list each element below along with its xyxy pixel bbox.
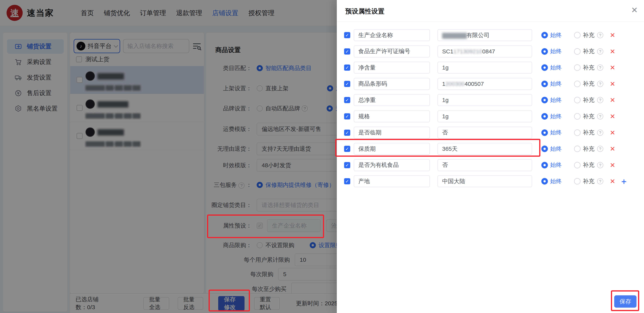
radio-supplement[interactable] (574, 81, 580, 87)
row-checkbox[interactable]: ✓ (344, 97, 350, 103)
supplement-label[interactable]: 补充 (583, 177, 594, 185)
row-checkbox[interactable]: ✓ (344, 48, 350, 54)
radio-always[interactable] (541, 178, 548, 185)
attribute-value-input[interactable]: 否 (438, 127, 532, 139)
radio-supplement[interactable] (574, 146, 580, 152)
radio-always[interactable] (541, 81, 548, 87)
help-icon[interactable]: ? (597, 130, 603, 136)
delete-row-icon[interactable]: ✕ (610, 48, 615, 55)
radio-supplement[interactable] (574, 129, 580, 136)
delete-row-icon[interactable]: ✕ (610, 112, 615, 120)
delete-row-icon[interactable]: ✕ (610, 96, 615, 104)
preset-row-2: ✓净含量1g始终补充?✕ (344, 59, 615, 76)
row-checkbox[interactable]: ✓ (344, 32, 350, 38)
row-checkbox[interactable]: ✓ (344, 81, 350, 87)
attribute-name-input[interactable]: 保质期 (354, 143, 430, 155)
help-icon[interactable]: ? (597, 32, 603, 38)
radio-always[interactable] (541, 97, 548, 103)
attribute-value-input[interactable]: 1g (438, 62, 532, 73)
attribute-name-input[interactable]: 总净重 (354, 94, 430, 106)
always-label[interactable]: 始终 (550, 47, 562, 55)
always-label[interactable]: 始终 (550, 177, 562, 185)
attribute-name-text: 是否为有机食品 (358, 161, 399, 169)
attribute-name-input[interactable]: 是否为有机食品 (354, 159, 430, 171)
attribute-value-input[interactable]: 1g (438, 94, 532, 106)
help-icon[interactable]: ? (597, 113, 603, 119)
always-label[interactable]: 始终 (550, 64, 562, 72)
attribute-value-segment: 365天 (442, 145, 458, 153)
radio-always[interactable] (541, 64, 548, 71)
always-label[interactable]: 始终 (550, 145, 562, 153)
add-row-icon[interactable]: ＋ (620, 177, 628, 185)
supplement-label[interactable]: 补充 (583, 64, 594, 72)
attribute-name-input[interactable]: 规格 (354, 110, 430, 122)
row-checkbox[interactable]: ✓ (344, 130, 350, 136)
attribute-value-input[interactable]: 中国大陆 (438, 175, 532, 187)
help-icon[interactable]: ? (597, 146, 603, 152)
attribute-name-text: 保质期 (358, 145, 376, 153)
delete-row-icon[interactable]: ✕ (610, 31, 615, 39)
radio-always[interactable] (541, 32, 548, 38)
attribute-value-input[interactable]: 365天 (438, 143, 532, 155)
radio-always[interactable] (541, 48, 548, 55)
attribute-value-input[interactable]: 否 (438, 159, 532, 171)
drawer-save-button[interactable]: 保存 (614, 295, 636, 308)
supplement-label[interactable]: 补充 (583, 161, 594, 169)
supplement-label[interactable]: 补充 (583, 80, 594, 88)
always-label[interactable]: 始终 (550, 112, 562, 120)
supplement-label[interactable]: 补充 (583, 129, 594, 137)
attribute-name-input[interactable]: 生产企业名称 (354, 29, 430, 41)
help-icon[interactable]: ? (597, 97, 603, 103)
row-checkbox[interactable]: ✓ (344, 162, 350, 168)
radio-supplement[interactable] (574, 48, 580, 55)
row-checkbox[interactable]: ✓ (344, 178, 350, 184)
row-checkbox[interactable]: ✓ (344, 64, 350, 71)
radio-always[interactable] (541, 146, 548, 152)
supplement-label[interactable]: 补充 (583, 47, 594, 55)
delete-row-icon[interactable]: ✕ (610, 145, 615, 153)
always-label[interactable]: 始终 (550, 96, 562, 104)
attribute-name-input[interactable]: 产地 (354, 175, 430, 187)
attribute-name-input[interactable]: 净含量 (354, 62, 430, 73)
radio-supplement[interactable] (574, 64, 580, 71)
help-icon[interactable]: ? (597, 178, 603, 184)
attribute-name-input[interactable]: 食品生产许可证编号 (354, 45, 430, 57)
always-label[interactable]: 始终 (550, 31, 562, 39)
attribute-value-input[interactable]: ▇▇▇▇▇▇有限公司 (438, 29, 532, 41)
radio-supplement[interactable] (574, 113, 580, 120)
attribute-name-input[interactable]: 是否临期 (354, 127, 430, 139)
always-label[interactable]: 始终 (550, 161, 562, 169)
help-icon[interactable]: ? (597, 81, 603, 87)
row-checkbox[interactable]: ✓ (344, 113, 350, 119)
attribute-name-text: 总净重 (358, 96, 376, 104)
supplement-label[interactable]: 补充 (583, 112, 594, 120)
delete-row-icon[interactable]: ✕ (610, 177, 615, 185)
supplement-label[interactable]: 补充 (583, 145, 594, 153)
help-icon[interactable]: ? (597, 48, 603, 54)
supplement-label[interactable]: 补充 (583, 96, 594, 104)
delete-row-icon[interactable]: ✕ (610, 64, 615, 71)
attribute-name-input[interactable]: 商品条形码 (354, 78, 430, 90)
delete-row-icon[interactable]: ✕ (610, 161, 615, 169)
row-checkbox[interactable]: ✓ (344, 146, 350, 152)
radio-always[interactable] (541, 129, 548, 136)
delete-row-icon[interactable]: ✕ (610, 129, 615, 137)
radio-always[interactable] (541, 113, 548, 120)
help-icon[interactable]: ? (597, 64, 603, 71)
radio-always[interactable] (541, 162, 548, 168)
radio-supplement[interactable] (574, 162, 580, 168)
always-label[interactable]: 始终 (550, 80, 562, 88)
always-label[interactable]: 始终 (550, 129, 562, 137)
close-icon[interactable]: ✕ (631, 6, 638, 14)
attribute-name-text: 食品生产许可证编号 (358, 47, 410, 55)
preset-row-8: ✓是否为有机食品否始终补充?✕ (344, 157, 615, 173)
radio-supplement[interactable] (574, 178, 580, 185)
supplement-label[interactable]: 补充 (583, 31, 594, 39)
radio-supplement[interactable] (574, 32, 580, 38)
delete-row-icon[interactable]: ✕ (610, 80, 615, 88)
attribute-value-input[interactable]: SC11713092100847 (438, 45, 532, 57)
radio-supplement[interactable] (574, 97, 580, 103)
attribute-value-input[interactable]: 1200300400507 (438, 78, 532, 90)
attribute-value-input[interactable]: 1g (438, 110, 532, 122)
help-icon[interactable]: ? (597, 162, 603, 168)
